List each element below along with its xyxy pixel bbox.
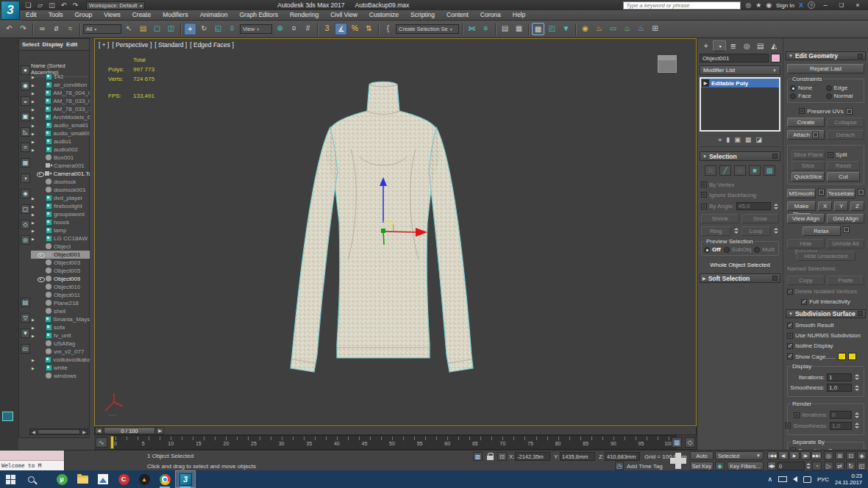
scrollbar-thumb[interactable] <box>38 429 80 434</box>
select-by-name-icon[interactable]: ▤ <box>137 23 149 35</box>
expand-arrow-icon[interactable]: ▶ <box>32 317 35 322</box>
menu-tools[interactable]: Tools <box>43 10 68 20</box>
track-ruler[interactable]: 0510152025303540455055606570758085909510… <box>110 435 677 450</box>
attach-button[interactable]: Attach <box>787 130 825 140</box>
viewport-menu-standard[interactable]: [ Standard ] <box>154 41 187 49</box>
eye-slot[interactable] <box>38 138 44 145</box>
maxscript-mini-listener[interactable]: Welcome to M <box>0 451 65 471</box>
expand-arrow-icon[interactable]: ▶ <box>32 229 36 233</box>
go-to-start-button[interactable]: |◀◀ <box>767 451 778 460</box>
by-angle-checkbox[interactable]: By Angle:45,0 <box>701 202 779 211</box>
eye-slot[interactable] <box>37 90 43 96</box>
list-item-white[interactable]: ▶white <box>31 364 90 372</box>
restore-button[interactable]: ❑ <box>836 2 847 8</box>
menu-edit[interactable]: Edit <box>21 10 42 20</box>
select-and-manipulate-icon[interactable]: ¤ <box>288 23 300 35</box>
menu-animation[interactable]: Animation <box>195 10 233 20</box>
volume-icon[interactable] <box>793 476 797 482</box>
expand-arrow-icon[interactable]: ▶ <box>32 107 35 112</box>
select-and-place-icon[interactable]: ◊ <box>226 23 238 35</box>
minimize-button[interactable]: – <box>819 1 831 9</box>
select-and-move-icon[interactable]: + <box>184 23 196 35</box>
select-and-link-icon[interactable]: ∞ <box>36 23 49 35</box>
pan-camera-icon[interactable]: ▷ <box>824 462 833 470</box>
relax-button[interactable]: Relax <box>803 226 841 236</box>
repeat-last-button[interactable]: Repeat Last <box>787 64 864 73</box>
eye-slot[interactable] <box>37 316 43 323</box>
menu-graph-editors[interactable]: Graph Editors <box>234 10 282 20</box>
display-geometry-icon[interactable]: ● <box>21 65 30 75</box>
eye-slot[interactable] <box>37 98 43 104</box>
list-item-box001[interactable]: Box001 <box>31 154 90 162</box>
next-frame-button[interactable]: |▶ <box>800 451 811 460</box>
remove-modifier-icon[interactable]: ▦ <box>745 136 752 144</box>
preview-subobj-radio[interactable]: SubObj <box>724 246 752 253</box>
list-item-object009[interactable]: Object009 <box>31 275 90 283</box>
stack-item-editable-poly[interactable]: ▶ Editable Poly <box>701 79 779 87</box>
viewport-menu-shading[interactable]: [ Edged Faces ] <box>190 41 234 49</box>
border-subobject-icon[interactable]: ◌ <box>734 165 746 176</box>
eye-slot[interactable] <box>38 284 44 290</box>
isoline-display-checkbox[interactable]: Isoline Display <box>787 342 864 349</box>
x-coord-field[interactable]: -2142,35m <box>515 452 550 461</box>
zoom-all-icon[interactable]: ⊞ <box>835 451 844 460</box>
full-interactivity-checkbox[interactable]: Full Interactivity <box>787 298 864 305</box>
go-to-end-button[interactable]: ▶▶| <box>811 451 822 460</box>
list-item-am-78-033-00[interactable]: ▶AM_78_033_00 <box>31 97 90 105</box>
list-item-dvd-player[interactable]: ▶dvd_player <box>31 194 90 202</box>
polygon-subobject-icon[interactable]: ■ <box>749 165 761 176</box>
reference-coordinate-dropdown[interactable]: View▾ <box>240 24 272 34</box>
list-item-am-78-004-01[interactable]: ▶AM_78_004_01 <box>31 89 90 97</box>
menu-help[interactable]: Help <box>508 10 530 20</box>
current-frame-field[interactable]: 0 <box>777 462 805 470</box>
angle-snap-toggle-icon[interactable]: ∡ <box>335 23 347 35</box>
eye-slot[interactable] <box>38 348 44 355</box>
eye-icon[interactable] <box>38 276 44 282</box>
z-coord-field[interactable]: 410,683mm <box>605 452 640 461</box>
language-indicator[interactable]: РУС <box>817 476 829 483</box>
3ds-max-logo-icon[interactable]: 3 <box>1 1 20 20</box>
list-item-doorlock[interactable]: doorlock <box>31 178 90 186</box>
scroll-right-icon[interactable]: ▶ <box>81 429 88 434</box>
expand-arrow-icon[interactable]: ▶ <box>32 237 36 241</box>
edge-subobject-icon[interactable]: ╱ <box>719 165 731 176</box>
tab-utilities[interactable]: ◭ <box>767 40 780 51</box>
clock[interactable]: 0:23 24.11.2017 <box>835 473 862 486</box>
shrink-button[interactable]: Shrink <box>701 214 739 223</box>
eye-slot[interactable] <box>38 122 44 129</box>
preserve-uvs-settings-icon[interactable] <box>846 108 853 115</box>
vertex-subobject-icon[interactable]: ∴ <box>705 165 716 176</box>
viewport-menu-general[interactable]: [ + ] <box>99 41 109 49</box>
display-objects-icon[interactable]: ◎ <box>21 235 30 245</box>
list-item-windows[interactable]: windows <box>31 372 90 380</box>
list-item-object003[interactable]: Object003 <box>31 259 90 267</box>
percent-snap-toggle-icon[interactable]: % <box>349 23 361 35</box>
list-item-fireboxlight[interactable]: ▶fireboxlight <box>31 202 90 210</box>
display-xrefs-icon[interactable]: ◑ <box>21 173 30 183</box>
expand-arrow-icon[interactable]: ▶ <box>32 99 35 104</box>
profile-icon[interactable]: ◉ <box>766 1 772 9</box>
notifications-icon[interactable] <box>803 476 811 483</box>
expand-arrow-icon[interactable]: ▶ <box>32 196 36 201</box>
list-item-lamp[interactable]: ▶lamp <box>31 226 90 234</box>
dope-sheet-icon[interactable]: ▼ <box>560 23 572 35</box>
constraint-normal-radio[interactable]: Normal <box>826 93 862 99</box>
perspective-viewport[interactable]: [ + ] [ Perspective ] [ Standard ] [ Edg… <box>94 38 697 426</box>
isolate-selection-icon[interactable]: ▩ <box>473 452 483 461</box>
display-containers-icon[interactable]: ▢ <box>21 204 30 214</box>
list-item-142[interactable]: ▶142 <box>31 73 90 81</box>
ignore-backfacing-checkbox[interactable]: Ignore Backfacing <box>701 192 779 198</box>
selection-set-dropdown[interactable]: Selected▼ <box>715 451 764 460</box>
add-time-tag[interactable]: Add Time Tag <box>627 463 663 470</box>
list-item-sofa[interactable]: ▶sofa <box>31 323 90 331</box>
exchange-apps-icon[interactable]: X <box>799 1 803 9</box>
new-scene-icon[interactable]: ❏ <box>24 1 33 10</box>
next-frame-arrow-icon[interactable]: ▶ <box>156 427 164 434</box>
tab-hierarchy[interactable]: ≣ <box>727 40 739 51</box>
constraint-edge-radio[interactable]: Edge <box>826 85 862 91</box>
list-item-tv-unit[interactable]: ▶tv_unit <box>31 331 90 340</box>
msmooth-button[interactable]: MSmooth <box>787 189 816 198</box>
current-frame-marker[interactable] <box>110 436 114 449</box>
window-crossing-icon[interactable]: ◫ <box>165 23 177 35</box>
paste-button[interactable]: Paste <box>827 276 864 285</box>
